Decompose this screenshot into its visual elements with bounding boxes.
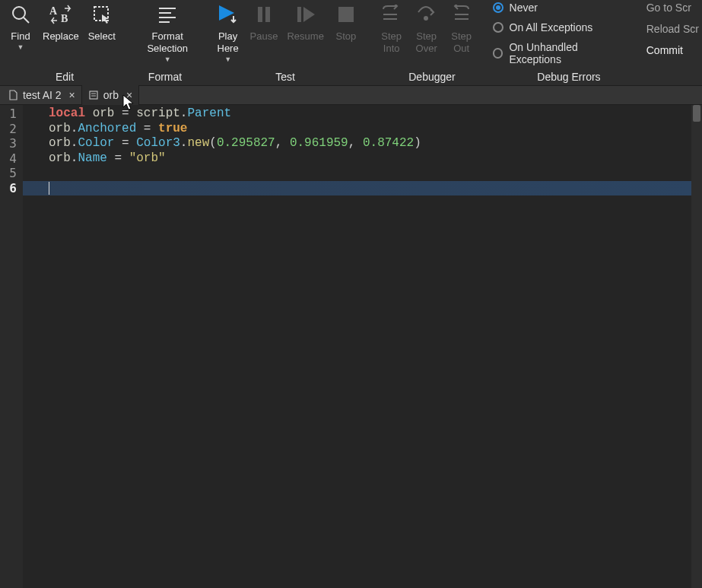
scrollbar-thumb[interactable] — [693, 105, 700, 122]
select-label: Select — [88, 30, 116, 43]
ribbon-group-labels: Edit Format Test Debugger Debug Errors — [0, 68, 702, 85]
step-into-button[interactable]: Step Into — [374, 0, 409, 55]
step-into-icon — [379, 2, 405, 27]
tab-test-ai-2[interactable]: test AI 2 × — [2, 85, 82, 105]
svg-rect-10 — [258, 7, 262, 22]
chevron-down-icon: ▼ — [224, 56, 231, 63]
commit-link[interactable]: Commit — [646, 44, 699, 56]
go-to-script-link[interactable]: Go to Scr — [646, 2, 699, 14]
replace-label: Replace — [43, 30, 79, 43]
current-line-highlight — [23, 181, 702, 196]
vertical-scrollbar[interactable] — [691, 105, 702, 588]
step-out-label: Step Out — [451, 30, 472, 55]
svg-line-1 — [24, 17, 29, 23]
line-number: 1 — [0, 106, 17, 122]
code-line: local orb = script.Parent — [49, 106, 231, 122]
chevron-down-icon: ▼ — [17, 43, 24, 51]
svg-rect-12 — [297, 7, 301, 22]
step-over-button[interactable]: Step Over — [409, 0, 444, 55]
radio-icon — [493, 2, 503, 13]
svg-text:B: B — [61, 13, 68, 24]
svg-rect-19 — [90, 91, 97, 99]
tab-label: test AI 2 — [23, 89, 62, 101]
test-group-label: Test — [275, 71, 295, 83]
format-icon — [154, 2, 180, 27]
line-number: 6 — [0, 181, 17, 196]
line-number: 3 — [0, 136, 17, 151]
line-number: 4 — [0, 151, 17, 167]
debug-errors-group: Never On All Exceptions On Unhandled Exc… — [487, 0, 637, 65]
never-radio[interactable]: Never — [493, 2, 631, 14]
find-label: Find — [11, 30, 30, 43]
play-icon — [215, 2, 241, 27]
stop-icon — [333, 2, 359, 27]
tab-bar: test AI 2 × orb × — [0, 85, 702, 105]
format-selection-button[interactable]: Format Selection ▼ — [142, 0, 192, 63]
resume-icon — [293, 2, 319, 27]
step-over-label: Step Over — [416, 30, 437, 55]
on-all-exceptions-radio[interactable]: On All Exceptions — [493, 21, 631, 33]
radio-icon — [493, 48, 503, 59]
close-icon[interactable]: × — [69, 89, 75, 101]
on-unhandled-exceptions-radio[interactable]: On Unhandled Exceptions — [493, 41, 631, 65]
script-file-icon — [8, 90, 18, 100]
script-file-icon — [88, 90, 99, 100]
on-unhandled-label: On Unhandled Exceptions — [509, 41, 631, 65]
code-line: orb.Name = "orb" — [49, 151, 166, 167]
stop-button[interactable]: Stop — [329, 0, 364, 43]
pause-button[interactable]: Pause — [246, 0, 283, 43]
svg-point-16 — [424, 16, 428, 21]
play-here-button[interactable]: Play Here ▼ — [211, 0, 246, 63]
svg-point-0 — [13, 7, 25, 19]
select-icon — [89, 2, 115, 27]
debugger-group-label: Debugger — [408, 71, 456, 83]
reload-script-link[interactable]: Reload Scr — [646, 23, 699, 35]
play-here-label: Play Here — [218, 30, 239, 55]
close-icon[interactable]: × — [126, 89, 132, 101]
step-over-icon — [414, 2, 440, 27]
line-number: 5 — [0, 166, 17, 181]
replace-button[interactable]: AB Replace — [38, 0, 84, 43]
code-area[interactable]: local orb = script.Parent orb.Anchored =… — [23, 105, 702, 588]
replace-icon: AB — [48, 2, 74, 27]
pause-label: Pause — [250, 30, 278, 43]
step-into-label: Step Into — [381, 30, 402, 55]
tab-orb[interactable]: orb × — [82, 85, 139, 105]
resume-button[interactable]: Resume — [282, 0, 328, 43]
never-label: Never — [510, 2, 538, 14]
chevron-down-icon: ▼ — [164, 56, 171, 63]
edit-group-label: Edit — [56, 71, 74, 83]
right-actions: Go to Scr Reload Scr Commit — [637, 0, 699, 56]
svg-rect-13 — [338, 7, 354, 22]
svg-text:A: A — [49, 5, 58, 17]
search-icon — [8, 2, 33, 27]
svg-rect-11 — [265, 7, 270, 22]
step-out-icon — [449, 2, 475, 27]
find-button[interactable]: Find ▼ — [3, 0, 38, 51]
code-editor[interactable]: 1 2 3 4 5 6 local orb = script.Parent or… — [0, 105, 702, 588]
line-number: 2 — [0, 122, 17, 137]
text-caret — [49, 182, 49, 195]
code-line: orb.Color = Color3.new(0.295827, 0.96195… — [49, 136, 421, 151]
radio-icon — [493, 22, 503, 33]
format-group-label: Format — [148, 71, 182, 83]
code-line: orb.Anchored = true — [49, 122, 187, 137]
resume-label: Resume — [287, 30, 323, 43]
line-gutter: 1 2 3 4 5 6 — [0, 105, 23, 588]
tab-label: orb — [103, 89, 119, 101]
pause-icon — [251, 2, 277, 27]
ribbon-toolbar: Find ▼ AB Replace Select Format Selectio… — [0, 0, 702, 68]
stop-label: Stop — [336, 30, 357, 43]
format-selection-label: Format Selection — [147, 30, 187, 55]
select-button[interactable]: Select — [84, 0, 120, 43]
on-all-label: On All Exceptions — [510, 21, 593, 33]
step-out-button[interactable]: Step Out — [444, 0, 479, 55]
debug-errors-group-label: Debug Errors — [537, 71, 600, 83]
